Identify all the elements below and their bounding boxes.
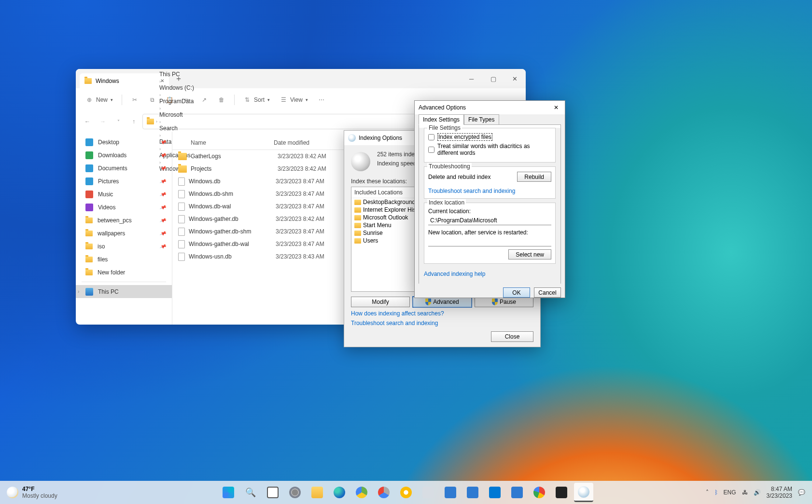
magnifier-icon: [351, 152, 370, 171]
sidebar-item[interactable]: files: [76, 253, 172, 266]
chrome-dev-app[interactable]: [374, 483, 393, 502]
volume-icon[interactable]: 🔊: [754, 489, 761, 496]
sidebar-item[interactable]: Desktop📌: [76, 136, 172, 149]
recent-locations-button[interactable]: ˅: [112, 115, 125, 128]
pinned-app[interactable]: [419, 483, 438, 502]
checkbox-input[interactable]: [428, 147, 434, 153]
breadcrumb-segment[interactable]: ProgramData: [159, 98, 194, 105]
vscode-icon: [489, 487, 501, 498]
location-label: Users: [363, 237, 378, 244]
sidebar-item[interactable]: iso📌: [76, 240, 172, 253]
language-indicator[interactable]: ENG: [724, 489, 736, 496]
settings-app[interactable]: [285, 483, 305, 502]
search-button[interactable]: 🔍: [241, 483, 260, 502]
bluetooth-icon[interactable]: ᛒ: [714, 489, 718, 496]
view-button[interactable]: ☰View▾: [276, 92, 312, 108]
pinned-app[interactable]: [507, 483, 527, 502]
chrome-canary-app[interactable]: [396, 483, 416, 502]
chrome-beta-app[interactable]: [352, 483, 371, 502]
folder-icon: [354, 231, 361, 236]
sidebar-item[interactable]: Music📌: [76, 188, 172, 201]
index-encrypted-checkbox[interactable]: Index encrypted files: [428, 133, 551, 141]
task-view-button[interactable]: [263, 483, 282, 502]
modify-button[interactable]: Modify: [351, 297, 410, 307]
sidebar-item[interactable]: wallpapers📌: [76, 227, 172, 240]
title-bar[interactable]: Advanced Options ✕: [415, 101, 565, 114]
select-new-button[interactable]: Select new: [508, 249, 551, 259]
weather-widget[interactable]: 47°F Mostly cloudy: [0, 486, 64, 499]
checkbox-input[interactable]: [428, 134, 434, 140]
folder-icon: [354, 238, 361, 244]
tray-chevron-icon[interactable]: ˄: [706, 489, 709, 496]
edge-app[interactable]: [330, 483, 349, 502]
more-button[interactable]: ⋯: [314, 92, 329, 108]
sidebar-this-pc[interactable]: › This PC: [76, 285, 172, 298]
cancel-button[interactable]: Cancel: [534, 287, 561, 298]
window-title: Indexing Options: [359, 135, 402, 141]
chevron-down-icon: ▾: [267, 97, 270, 102]
tab-file-types[interactable]: File Types: [464, 114, 499, 125]
close-window-button[interactable]: ✕: [504, 69, 526, 88]
separator: [234, 95, 235, 105]
pin-icon: 📌: [159, 164, 167, 171]
troubleshoot-link[interactable]: Troubleshoot search and indexing: [351, 320, 438, 327]
pinned-app[interactable]: [441, 483, 460, 502]
sidebar-item[interactable]: between_pcs📌: [76, 214, 172, 227]
advanced-help-link[interactable]: Advanced indexing help: [424, 271, 485, 277]
indexing-options-app[interactable]: [574, 483, 593, 502]
maximize-button[interactable]: ▢: [482, 69, 504, 88]
file-icon: [178, 190, 185, 198]
explorer-tab[interactable]: Windows ✕: [80, 73, 169, 88]
folder-icon: [354, 200, 361, 205]
location-label: Sunrise: [363, 230, 383, 236]
sort-button[interactable]: ⇅Sort▾: [239, 92, 274, 108]
chevron-down-icon: ▾: [306, 97, 308, 102]
checkbox-label: Treat similar words with diacritics as d…: [437, 143, 551, 156]
pinned-app[interactable]: [463, 483, 482, 502]
troubleshoot-link[interactable]: Troubleshoot search and indexing: [428, 188, 515, 194]
breadcrumb-segment[interactable]: Microsoft: [159, 111, 194, 118]
sidebar-item[interactable]: New folder: [76, 266, 172, 279]
diacritics-checkbox[interactable]: Treat similar words with diacritics as d…: [428, 143, 551, 156]
sidebar-icon: [85, 257, 93, 262]
network-icon[interactable]: 🖧: [742, 489, 748, 496]
vscode-app[interactable]: [485, 483, 504, 502]
start-button[interactable]: [219, 483, 238, 502]
close-icon[interactable]: ✕: [551, 104, 561, 111]
windows-icon: [223, 487, 234, 498]
up-button[interactable]: ↑: [127, 115, 140, 128]
advanced-options-window: Advanced Options ✕ Index Settings File T…: [414, 100, 565, 298]
explorer-tab-strip: Windows ✕ ＋ ─ ▢ ✕: [76, 69, 526, 88]
sidebar-item[interactable]: Videos📌: [76, 201, 172, 214]
copy-button[interactable]: ⧉: [144, 92, 160, 108]
column-header-name[interactable]: Name: [172, 139, 274, 146]
rebuild-button[interactable]: Rebuild: [517, 172, 551, 182]
breadcrumb-segment[interactable]: This PC: [159, 71, 194, 78]
close-button[interactable]: Close: [491, 331, 533, 342]
share-button[interactable]: ↗: [196, 92, 212, 108]
indexing-help-link[interactable]: How does indexing affect searches?: [351, 310, 444, 317]
file-explorer-app[interactable]: [308, 483, 327, 502]
forward-button[interactable]: →: [96, 115, 110, 128]
minimize-button[interactable]: ─: [461, 69, 482, 88]
terminal-app[interactable]: [552, 483, 571, 502]
sidebar-item[interactable]: Downloads📌: [76, 149, 172, 162]
back-button[interactable]: ←: [81, 115, 94, 128]
date-text: 3/23/2023: [767, 492, 792, 499]
delete-button[interactable]: 🗑: [214, 92, 229, 108]
folder-icon: [354, 215, 361, 220]
ok-button[interactable]: OK: [503, 287, 530, 298]
new-button[interactable]: ⊕New▾: [82, 92, 117, 108]
chevron-right-icon: ›: [159, 93, 161, 97]
file-name: Windows.db-wal: [189, 203, 276, 210]
cut-button[interactable]: ✂: [127, 92, 142, 108]
sidebar-item[interactable]: Pictures📌: [76, 175, 172, 188]
edge-icon: [334, 487, 345, 498]
breadcrumb-segment[interactable]: Windows (C:): [159, 84, 194, 91]
notifications-icon[interactable]: 💬: [798, 489, 805, 496]
sidebar-item[interactable]: Documents📌: [76, 162, 172, 175]
clock[interactable]: 8:47 AM 3/23/2023: [767, 486, 792, 500]
tab-index-settings[interactable]: Index Settings: [419, 114, 464, 125]
chrome-app[interactable]: [530, 483, 549, 502]
pin-icon: 📌: [159, 243, 167, 249]
